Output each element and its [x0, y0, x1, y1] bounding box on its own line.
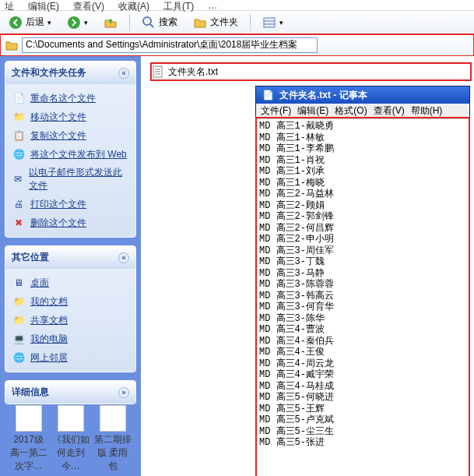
chevron-up-icon: «	[118, 68, 129, 79]
text-line: MD 高三4-周云龙	[259, 358, 466, 370]
text-line: MD 高三4-臧宇荣	[259, 369, 466, 381]
menu-view[interactable]: 查看(V)	[73, 0, 104, 10]
np-menu-file[interactable]: 文件(F)	[261, 104, 291, 118]
desktop-shortcut[interactable]: 第二期排版 柔雨包	[94, 405, 132, 473]
panel-title: 其它位置	[12, 251, 49, 264]
task-delete[interactable]: ✖删除这个文件	[12, 213, 129, 232]
search-button[interactable]: 搜索	[136, 13, 183, 32]
text-line: MD 高三3-丁魏	[259, 256, 466, 268]
views-icon	[262, 16, 276, 30]
text-line: MD 高三4-秦伯兵	[259, 336, 466, 347]
web-icon: 🌐	[12, 147, 26, 161]
chevron-down-icon: »	[118, 387, 129, 398]
sidebar: 文件和文件夹任务 « 📄重命名这个文件 📁移动这个文件 📋复制这个文件 🌐将这个…	[0, 56, 141, 476]
place-mycomp[interactable]: 💻我的电脑	[12, 330, 129, 348]
desktop-icon: 🖥	[12, 276, 26, 290]
svg-point-2	[143, 17, 151, 25]
text-line: MD 高三1-刘承	[259, 166, 466, 178]
forward-button[interactable]: ▾	[61, 13, 93, 32]
folder-up-icon	[104, 16, 118, 30]
text-line: MD 高三1-肖祝	[259, 155, 466, 167]
file-name: 文件夹名.txt	[168, 65, 218, 79]
copy-icon: 📋	[12, 129, 26, 143]
folder-icon	[5, 38, 19, 52]
place-desktop[interactable]: 🖥桌面	[12, 273, 129, 292]
panel-header[interactable]: 详细信息 »	[5, 381, 135, 404]
text-line: MD 高三2-申小明	[259, 234, 466, 245]
doc-icon	[16, 405, 42, 432]
menu-edit[interactable]: 编辑(E)	[28, 0, 59, 10]
panel-header[interactable]: 文件和文件夹任务 «	[5, 62, 135, 84]
text-line: MD 高三3-何育华	[259, 301, 466, 313]
address-bar-row: C:\Documents and Settings\Administrator\…	[0, 34, 474, 56]
menu-tools[interactable]: 工具(T)	[163, 0, 194, 10]
chevron-up-icon: «	[118, 252, 129, 263]
back-label: 后退	[26, 16, 44, 29]
task-copy[interactable]: 📋复制这个文件	[12, 126, 129, 145]
panel-title: 详细信息	[12, 386, 49, 399]
desktop-shortcut[interactable]: 《我们如何走到今…	[52, 405, 90, 473]
task-print[interactable]: 🖨打印这个文件	[12, 195, 129, 213]
mail-icon: ✉	[12, 172, 24, 186]
text-line: MD 高三2-马益林	[259, 189, 466, 200]
text-line: MD 高三1-梅晓	[259, 178, 466, 189]
panel-body: 📄重命名这个文件 📁移动这个文件 📋复制这个文件 🌐将这个文件发布到 Web ✉…	[5, 84, 135, 237]
search-label: 搜索	[159, 16, 177, 29]
text-line: MD 高三5-张进	[259, 437, 466, 449]
task-email[interactable]: ✉以电子邮件形式发送此文件	[12, 164, 129, 195]
task-move[interactable]: 📁移动这个文件	[12, 108, 129, 126]
place-network[interactable]: 🌐网上邻居	[12, 348, 129, 367]
np-menu-format[interactable]: 格式(O)	[335, 104, 367, 118]
search-icon	[142, 16, 156, 30]
back-button[interactable]: 后退 ▾	[3, 13, 57, 32]
text-line: MD 高三2-郭剑锋	[259, 211, 466, 223]
svg-point-1	[68, 16, 80, 29]
task-rename[interactable]: 📄重命名这个文件	[12, 89, 129, 108]
notepad-textarea[interactable]: MD 高三1-戴晓勇MD 高三1-林敏MD 高三1-李希鹏MD 高三1-肖祝MD…	[256, 119, 469, 476]
np-menu-help[interactable]: 帮助(H)	[411, 104, 443, 118]
notepad-menubar: 文件(F) 编辑(E) 格式(O) 查看(V) 帮助(H)	[256, 104, 469, 119]
text-line: MD 高三3-陈华	[259, 313, 466, 325]
file-item[interactable]: 文件夹名.txt	[151, 63, 471, 80]
folder-content: 文件夹名.txt 📄 文件夹名.txt - 记事本 文件(F) 编辑(E) 格式…	[141, 56, 474, 476]
folder-icon: 📁	[12, 313, 26, 327]
text-line: MD 高三1-戴晓勇	[259, 121, 466, 132]
folder-icon: 📁	[12, 294, 26, 309]
move-icon: 📁	[12, 110, 26, 124]
toolbar: 后退 ▾ ▾ 搜索 文件夹 ▾	[0, 11, 474, 34]
txt-icon	[151, 65, 165, 79]
text-line: MD 高三3-周佳军	[259, 245, 466, 257]
text-line: MD 高三2-何昌辉	[259, 223, 466, 234]
up-button[interactable]	[98, 13, 123, 32]
folders-icon	[193, 16, 207, 30]
separator	[250, 14, 251, 31]
menu-addr[interactable]: 址	[5, 0, 14, 10]
doc-icon	[58, 405, 84, 432]
rename-icon: 📄	[12, 91, 26, 105]
np-menu-edit[interactable]: 编辑(E)	[297, 104, 328, 118]
text-line: MD 高三1-李希鹏	[259, 143, 466, 155]
back-icon	[9, 16, 23, 30]
notepad-window: 📄 文件夹名.txt - 记事本 文件(F) 编辑(E) 格式(O) 查看(V)…	[255, 86, 470, 476]
place-mydocs[interactable]: 📁我的文档	[12, 292, 129, 311]
np-menu-view[interactable]: 查看(V)	[374, 104, 405, 118]
text-line: MD 高三2-顾娟	[259, 200, 466, 212]
text-line: MD 高三1-林敏	[259, 132, 466, 144]
panel-header[interactable]: 其它位置 «	[5, 246, 135, 269]
notepad-titlebar[interactable]: 📄 文件夹名.txt - 记事本	[256, 86, 469, 104]
menu-fav[interactable]: 收藏(A)	[118, 0, 149, 10]
panel-details: 详细信息 »	[5, 380, 136, 404]
address-input[interactable]: C:\Documents and Settings\Administrator\…	[22, 37, 318, 53]
doc-icon	[100, 405, 126, 432]
notepad-title: 文件夹名.txt - 记事本	[279, 89, 367, 102]
text-line: MD 高三5-何晓进	[259, 392, 466, 404]
panel-other-places: 其它位置 « 🖥桌面 📁我的文档 📁共享文档 💻我的电脑 🌐网上邻居	[5, 245, 136, 372]
chevron-down-icon: ▾	[279, 19, 283, 26]
text-line: MD 高三4-马桂成	[259, 381, 466, 393]
place-shared[interactable]: 📁共享文档	[12, 311, 129, 330]
folders-button[interactable]: 文件夹	[188, 13, 244, 32]
task-publish[interactable]: 🌐将这个文件发布到 Web	[12, 145, 129, 164]
desktop-shortcut[interactable]: 2017级高一第二次字…	[10, 405, 47, 473]
views-button[interactable]: ▾	[257, 13, 289, 32]
panel-file-tasks: 文件和文件夹任务 « 📄重命名这个文件 📁移动这个文件 📋复制这个文件 🌐将这个…	[5, 61, 136, 238]
